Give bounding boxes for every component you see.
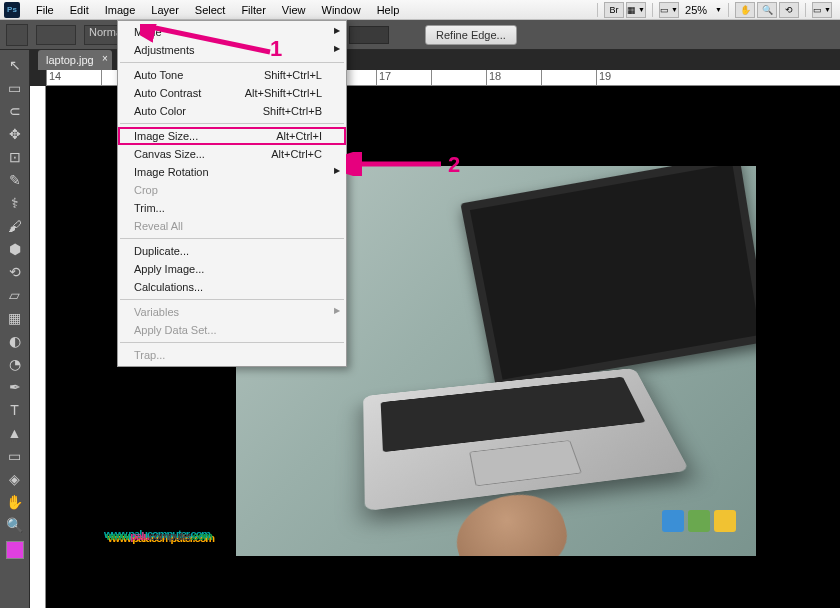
menu-item-image-rotation[interactable]: Image Rotation▶	[118, 163, 346, 181]
menu-item-duplicate[interactable]: Duplicate...	[118, 242, 346, 260]
laptop-body	[363, 368, 689, 511]
topright-controls: Br ▦▼ ▭▼ 25%▼ ✋ 🔍 ⟲ ▭▼	[593, 2, 840, 18]
document-tab[interactable]: laptop.jpg ×	[38, 50, 112, 70]
menu-item-canvas-size[interactable]: Canvas Size...Alt+Ctrl+C	[118, 145, 346, 163]
ruler-vertical	[30, 86, 46, 608]
menu-item-apply-data-set: Apply Data Set...	[118, 321, 346, 339]
menubar: Ps File Edit Image Layer Select Filter V…	[0, 0, 840, 20]
annotation-number-2: 2	[448, 152, 460, 178]
menu-select[interactable]: Select	[187, 2, 234, 18]
tool-crop[interactable]: ⊡	[4, 146, 26, 168]
menu-item-crop: Crop	[118, 181, 346, 199]
menu-item-trap: Trap...	[118, 346, 346, 364]
menu-item-mode[interactable]: Mode▶	[118, 23, 346, 41]
screen-mode-button[interactable]: ▭▼	[812, 2, 832, 18]
menu-item-trim[interactable]: Trim...	[118, 199, 346, 217]
menu-view[interactable]: View	[274, 2, 314, 18]
menu-item-calculations[interactable]: Calculations...	[118, 278, 346, 296]
tool-blur[interactable]: ◐	[4, 330, 26, 352]
close-tab-icon[interactable]: ×	[102, 53, 108, 64]
menu-image[interactable]: Image	[97, 2, 144, 18]
image-dropdown-menu: Mode▶Adjustments▶Auto ToneShift+Ctrl+LAu…	[117, 20, 347, 367]
tool-quick-select[interactable]: ✥	[4, 123, 26, 145]
menu-item-variables: Variables▶	[118, 303, 346, 321]
tool-dodge[interactable]: ◔	[4, 353, 26, 375]
menu-item-reveal-all: Reveal All	[118, 217, 346, 235]
tool-zoom[interactable]: 🔍	[4, 514, 26, 536]
menu-item-auto-tone[interactable]: Auto ToneShift+Ctrl+L	[118, 66, 346, 84]
tool-gradient[interactable]: ▦	[4, 307, 26, 329]
watermark: www.palucomputer.com	[106, 509, 212, 548]
height-input[interactable]	[349, 26, 389, 44]
rotate-view-button[interactable]: ⟲	[779, 2, 799, 18]
menu-item-image-size[interactable]: Image Size...Alt+Ctrl+I	[118, 127, 346, 145]
menu-item-auto-contrast[interactable]: Auto ContrastAlt+Shift+Ctrl+L	[118, 84, 346, 102]
menu-edit[interactable]: Edit	[62, 2, 97, 18]
tool-panel: ↖ ▭ ⊂ ✥ ⊡ ✎ ⚕ 🖌 ⬢ ⟲ ▱ ▦ ◐ ◔ ✒ T ▲ ▭ ◈ ✋ …	[0, 50, 30, 608]
menu-help[interactable]: Help	[369, 2, 408, 18]
bridge-button[interactable]: Br	[604, 2, 624, 18]
menu-filter[interactable]: Filter	[233, 2, 273, 18]
tool-eyedropper[interactable]: ✎	[4, 169, 26, 191]
tool-shape[interactable]: ▭	[4, 445, 26, 467]
zoom-tool-button[interactable]: 🔍	[757, 2, 777, 18]
menu-window[interactable]: Window	[314, 2, 369, 18]
menu-item-adjustments[interactable]: Adjustments▶	[118, 41, 346, 59]
hand-tool-button[interactable]: ✋	[735, 2, 755, 18]
tool-type[interactable]: T	[4, 399, 26, 421]
tool-pen[interactable]: ✒	[4, 376, 26, 398]
refine-edge-button[interactable]: Refine Edge...	[425, 25, 517, 45]
tool-path-select[interactable]: ▲	[4, 422, 26, 444]
tool-healing[interactable]: ⚕	[4, 192, 26, 214]
laptop-stickers	[662, 510, 736, 532]
tool-marquee[interactable]: ▭	[4, 77, 26, 99]
tool-move[interactable]: ↖	[4, 54, 26, 76]
tool-brush[interactable]: 🖌	[4, 215, 26, 237]
menu-layer[interactable]: Layer	[143, 2, 187, 18]
laptop-trackpad	[469, 440, 582, 486]
selection-mode-group[interactable]	[36, 25, 76, 45]
app-icon: Ps	[4, 2, 20, 18]
active-tool-icon[interactable]	[6, 24, 28, 46]
laptop-keyboard	[381, 377, 646, 452]
tool-hand[interactable]: ✋	[4, 491, 26, 513]
foreground-color-swatch[interactable]	[6, 541, 24, 559]
zoom-level[interactable]: 25%	[681, 4, 711, 16]
tool-3d[interactable]: ◈	[4, 468, 26, 490]
tool-lasso[interactable]: ⊂	[4, 100, 26, 122]
tool-stamp[interactable]: ⬢	[4, 238, 26, 260]
laptop-screen	[460, 166, 756, 389]
annotation-number-1: 1	[270, 36, 282, 62]
tool-eraser[interactable]: ▱	[4, 284, 26, 306]
minibridge-button[interactable]: ▦▼	[626, 2, 646, 18]
menu-file[interactable]: File	[28, 2, 62, 18]
menu-item-auto-color[interactable]: Auto ColorShift+Ctrl+B	[118, 102, 346, 120]
document-tab-title: laptop.jpg	[46, 54, 94, 66]
tool-history-brush[interactable]: ⟲	[4, 261, 26, 283]
menu-item-apply-image[interactable]: Apply Image...	[118, 260, 346, 278]
arrange-button[interactable]: ▭▼	[659, 2, 679, 18]
